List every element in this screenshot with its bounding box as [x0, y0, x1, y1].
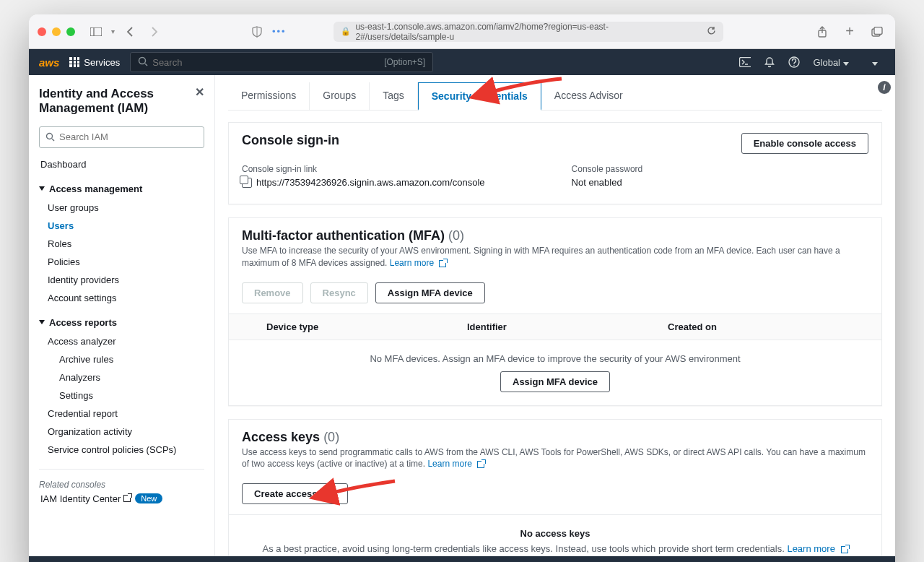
maximize-window-icon[interactable] — [66, 27, 75, 36]
sidebar-item-dashboard[interactable]: Dashboard — [39, 155, 204, 173]
svg-point-9 — [47, 134, 53, 139]
address-bar[interactable]: 🔒 us-east-1.console.aws.amazon.com/iamv2… — [334, 22, 723, 42]
notifications-icon[interactable] — [764, 56, 775, 68]
signin-link-label: Console sign-in link — [242, 164, 485, 174]
sidebar-item-users[interactable]: Users — [39, 217, 204, 235]
forward-icon[interactable] — [145, 24, 164, 40]
sidebar-title: Identity and Access Management (IAM) — [39, 87, 204, 116]
iam-sidebar: ✕ Identity and Access Management (IAM) D… — [29, 75, 215, 556]
sidebar-item-analyzers[interactable]: Analyzers — [39, 368, 204, 386]
lock-icon: 🔒 — [341, 27, 351, 36]
services-label: Services — [84, 57, 120, 68]
region-selector[interactable]: Global — [813, 57, 849, 68]
access-keys-title: Access keys (0) — [242, 430, 339, 445]
mfa-empty-state: No MFA devices. Assign an MFA device to … — [229, 340, 881, 405]
chevron-down-icon — [843, 62, 849, 66]
access-keys-panel: Access keys (0) Use access keys to send … — [228, 419, 882, 556]
tab-security-credentials[interactable]: Security credentials — [418, 82, 541, 111]
svg-line-10 — [52, 139, 54, 141]
browser-chrome: ▾ ••• 🔒 us-east-1.console.aws.amazon.com… — [29, 14, 895, 49]
main-content: i Permissions Groups Tags Security crede… — [215, 75, 895, 556]
mfa-learn-more-link[interactable]: Learn more — [390, 258, 447, 268]
enable-console-access-button[interactable]: Enable console access — [741, 133, 868, 154]
close-icon[interactable]: ✕ — [195, 85, 204, 99]
user-tabs: Permissions Groups Tags Security credent… — [228, 82, 882, 111]
minimize-window-icon[interactable] — [52, 27, 61, 36]
svg-rect-4 — [874, 27, 882, 34]
chevron-down-icon[interactable]: ▾ — [111, 27, 115, 35]
aws-top-nav: aws Services [Option+S] Global — [29, 49, 895, 75]
th-identifier: Identifier — [467, 321, 668, 332]
sidebar-item-account-settings[interactable]: Account settings — [39, 289, 204, 307]
sidebar-section-access[interactable]: Access management — [39, 183, 204, 194]
sidebar-item-identity-providers[interactable]: Identity providers — [39, 271, 204, 289]
account-menu[interactable] — [862, 57, 885, 68]
sidebar-item-settings[interactable]: Settings — [39, 386, 204, 405]
aws-footer: ›_ CloudShell Feedback Language © 2023, … — [29, 556, 895, 562]
console-password-value: Not enabled — [572, 177, 643, 188]
tab-tags[interactable]: Tags — [370, 82, 418, 110]
svg-point-5 — [139, 57, 146, 64]
sidebar-item-credential-report[interactable]: Credential report — [39, 405, 204, 423]
sidebar-item-roles[interactable]: Roles — [39, 235, 204, 253]
svg-line-6 — [145, 64, 147, 66]
sidebar-item-iam-identity-center[interactable]: IAM Identity Center New — [39, 490, 204, 508]
tabs-icon[interactable] — [868, 24, 886, 40]
shield-icon[interactable] — [248, 24, 266, 40]
reload-icon[interactable] — [707, 26, 716, 38]
sidebar-item-archive-rules[interactable]: Archive rules — [39, 350, 204, 368]
console-password-label: Console password — [572, 164, 643, 174]
create-access-key-button[interactable]: Create access key — [242, 483, 348, 504]
mfa-description: Use MFA to increase the security of your… — [229, 245, 881, 277]
sidebar-item-access-analyzer[interactable]: Access analyzer — [39, 332, 204, 350]
sidebar-item-scps[interactable]: Service control policies (SCPs) — [39, 441, 204, 459]
sidebar-search[interactable] — [39, 126, 204, 148]
info-icon[interactable]: i — [878, 81, 891, 94]
access-keys-description: Use access keys to send programmatic cal… — [229, 446, 881, 478]
th-created-on: Created on — [668, 321, 868, 332]
close-window-icon[interactable] — [38, 27, 46, 36]
sidebar-toggle-icon[interactable] — [87, 24, 105, 40]
sidebar-item-policies[interactable]: Policies — [39, 253, 204, 271]
copy-icon[interactable] — [242, 178, 252, 188]
external-link-icon — [841, 546, 848, 553]
mfa-title: Multi-factor authentication (MFA) (0) — [242, 228, 464, 243]
search-shortcut: [Option+S] — [384, 57, 425, 67]
help-icon[interactable] — [788, 56, 800, 68]
access-keys-empty-learn-more[interactable]: Learn more — [787, 543, 847, 554]
url-text: us-east-1.console.aws.amazon.com/iamv2/h… — [355, 22, 697, 42]
services-menu[interactable]: Services — [69, 57, 120, 68]
tracking-badge[interactable]: ••• — [272, 26, 287, 37]
access-keys-learn-more-link[interactable]: Learn more — [427, 459, 484, 469]
tab-permissions[interactable]: Permissions — [228, 82, 310, 110]
back-icon[interactable] — [121, 24, 139, 40]
search-icon — [138, 56, 148, 69]
sidebar-section-reports[interactable]: Access reports — [39, 317, 204, 328]
external-link-icon — [477, 461, 484, 468]
search-icon — [45, 132, 55, 142]
svg-rect-7 — [740, 58, 751, 67]
th-device-type: Device type — [266, 321, 467, 332]
external-link-icon — [123, 495, 131, 502]
tab-groups[interactable]: Groups — [310, 82, 370, 110]
aws-logo[interactable]: aws — [39, 56, 59, 69]
remove-mfa-button: Remove — [242, 282, 303, 303]
nav-search[interactable]: [Option+S] — [130, 52, 433, 72]
console-signin-panel: Console sign-in Enable console access Co… — [228, 122, 882, 204]
external-link-icon — [439, 260, 446, 267]
assign-mfa-empty-button[interactable]: Assign MFA device — [500, 371, 610, 392]
assign-mfa-button[interactable]: Assign MFA device — [375, 282, 485, 303]
sidebar-item-organization-activity[interactable]: Organization activity — [39, 423, 204, 441]
sidebar-search-input[interactable] — [59, 131, 198, 142]
share-icon[interactable] — [813, 24, 832, 40]
window-controls — [38, 27, 75, 36]
cloudshell-nav-icon[interactable] — [739, 56, 751, 68]
console-signin-title: Console sign-in — [242, 133, 339, 148]
sidebar-item-user-groups[interactable]: User groups — [39, 199, 204, 217]
mfa-panel: Multi-factor authentication (MFA) (0) Us… — [228, 217, 882, 406]
nav-search-input[interactable] — [152, 57, 384, 68]
tab-access-advisor[interactable]: Access Advisor — [541, 82, 636, 110]
grid-icon — [69, 57, 79, 67]
access-keys-empty-state: No access keys As a best practice, avoid… — [229, 515, 881, 556]
new-tab-icon[interactable]: + — [840, 24, 859, 40]
